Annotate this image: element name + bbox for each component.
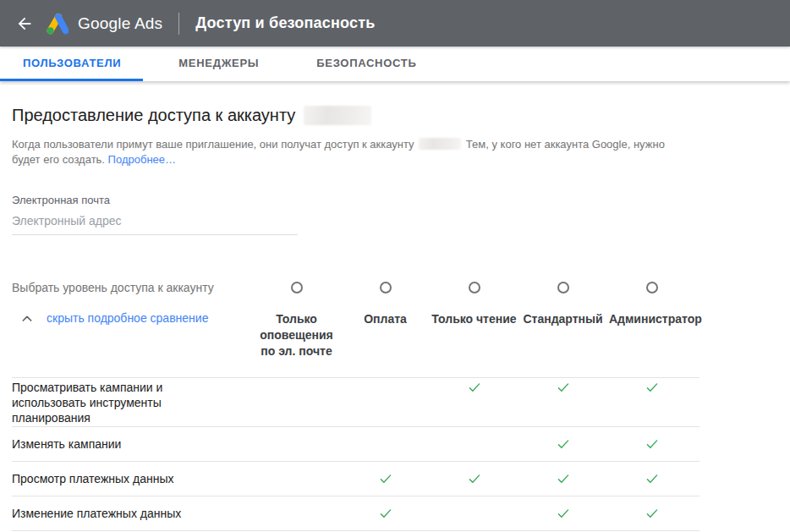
permission-granted-cell [607,436,696,452]
access-level-prompt: Выбрать уровень доступа к аккаунту [12,281,252,294]
access-level-radio-0[interactable] [291,282,303,293]
check-icon [556,506,571,521]
permission-granted-cell [518,380,607,395]
permission-granted-cell [430,471,518,486]
description: Когда пользователи примут ваше приглашен… [12,137,683,167]
tab-security[interactable]: БЕЗОПАСНОСТЬ [294,47,438,81]
permission-row: Изменение платежных данных [12,496,699,531]
permission-row: Изменять кампании [12,427,699,462]
check-icon [645,436,660,452]
check-icon [645,506,660,521]
brand-name: Google Ads [78,14,162,33]
permission-granted-cell [518,436,607,452]
app-header: Google Ads Доступ и безопасность [0,0,790,47]
header-divider [178,13,179,35]
access-level-radio-cell [341,282,430,293]
email-input[interactable] [12,209,298,235]
page-title-text: Предоставление доступа к аккаунту [12,106,295,125]
back-button[interactable] [12,11,37,36]
header-title: Доступ и безопасность [195,14,375,32]
access-level-label: Только оповещения по эл. почте [252,311,341,359]
permission-granted-cell [607,471,696,486]
email-block: Электронная почта [12,194,790,235]
access-level-radio-cell [518,282,607,293]
tab-managers[interactable]: МЕНЕДЖЕРЫ [156,47,281,81]
access-level-radio-cell [430,282,518,293]
access-level-radio-1[interactable] [380,282,392,293]
google-ads-logo-icon [42,10,69,37]
redacted-account-id-inline [419,138,461,150]
permission-label: Просмотр платежных данных [12,471,188,486]
check-icon [556,436,571,452]
access-level-label-row: скрыть подробное сравнение Только оповещ… [12,311,699,359]
access-level-radio-row: Выбрать уровень доступа к аккаунту [12,273,699,302]
hide-comparison-link[interactable]: скрыть подробное сравнение [47,311,208,325]
permission-label: Просматривать кампании и использовать ин… [12,380,188,425]
access-level-label: Стандартный [518,311,607,327]
check-icon [645,471,660,486]
permission-granted-cell [341,506,430,521]
access-level-label: Только чтение [430,311,518,327]
check-icon [467,380,482,395]
description-part1: Когда пользователи примут ваше приглашен… [12,138,414,151]
check-icon [556,471,571,486]
permission-granted-cell [518,471,607,486]
check-icon [378,506,393,521]
check-icon [378,471,393,486]
redacted-account-id [304,106,371,125]
email-label: Электронная почта [12,194,790,206]
permission-label: Изменять кампании [12,436,188,452]
access-level-label: Администратор [607,311,696,327]
permission-granted-cell [518,506,607,521]
tab-bar: ПОЛЬЗОВАТЕЛИМЕНЕДЖЕРЫБЕЗОПАСНОСТЬ [0,47,790,81]
check-icon [645,380,660,395]
permission-granted-cell [607,380,696,395]
permission-row: Просматривать кампании и использовать ин… [12,378,699,427]
access-level-radio-4[interactable] [646,282,658,293]
check-icon [556,380,571,395]
back-arrow-icon [15,14,34,33]
check-icon [467,471,482,486]
access-level-radio-cell [607,282,696,293]
page-title: Предоставление доступа к аккаунту [12,106,790,125]
permission-granted-cell [607,506,696,521]
permission-granted-cell [430,380,518,395]
comparison-toggle[interactable]: скрыть подробное сравнение [12,311,252,326]
permissions-table: Просматривать кампании и использовать ин… [12,377,699,532]
main-content: Предоставление доступа к аккаунту Когда … [0,106,790,532]
permission-label: Изменение платежных данных [12,506,188,521]
permission-row: Просмотр платежных данных [12,462,699,496]
permission-granted-cell [341,471,430,486]
access-level-label: Оплата [341,311,430,327]
chevron-up-icon [20,312,34,326]
access-level-radio-2[interactable] [469,282,480,293]
access-level-radio-3[interactable] [557,282,569,293]
tab-users[interactable]: ПОЛЬЗОВАТЕЛИ [0,47,143,81]
access-level-radio-cell [252,282,341,293]
learn-more-link[interactable]: Подробнее… [108,153,176,166]
